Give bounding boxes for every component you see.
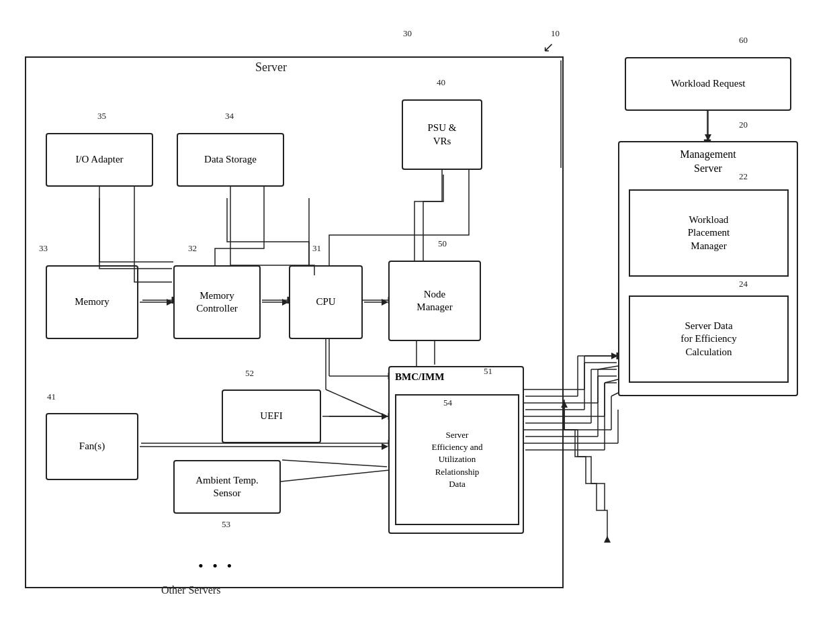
svg-marker-60 [611,353,618,359]
ref-53: 53 [222,519,230,530]
ref-22: 22 [739,171,748,182]
svg-line-31 [598,366,618,369]
svg-marker-54 [382,413,388,420]
ref-50: 50 [438,238,447,249]
server-data-box: Server Datafor EfficiencyCalculation [629,295,789,383]
ref-10: 10 [551,28,560,39]
svg-marker-42 [705,134,711,141]
workload-request-box: Workload Request [625,57,791,111]
workload-placement-manager-box: WorkloadPlacementManager [629,189,789,277]
ref-41: 41 [47,392,56,402]
ref-52: 52 [245,368,254,379]
io-adapter-box: I/O Adapter [46,133,153,187]
svg-line-37 [611,393,618,396]
ellipsis-dots: • • • [198,557,234,575]
ambient-temp-box: Ambient Temp.Sensor [173,460,281,514]
server-label: Server [255,60,287,75]
ref-51: 51 [484,366,492,377]
ref-30: 30 [403,28,412,39]
svg-marker-48 [382,299,388,306]
ref-33: 33 [39,243,48,254]
ref-35: 35 [97,111,106,122]
ref-60: 60 [739,35,748,46]
svg-line-51 [326,389,387,416]
svg-line-34 [605,379,618,383]
psu-vrs-box: PSU &VRs [402,99,482,170]
server-efficiency-box: ServerEfficiency andUtilizationRelations… [395,394,519,525]
ref-31: 31 [312,243,321,254]
bmc-imm-box: BMC/IMM ServerEfficiency andUtilizationR… [388,366,524,534]
fans-box: Fan(s) [46,413,138,480]
management-server-box: ManagementServer WorkloadPlacementManage… [618,141,798,396]
ref-54: 54 [443,398,452,408]
ref-32: 32 [188,243,197,254]
other-servers-label: Other Servers [161,584,220,596]
node-manager-box: NodeManager [388,261,481,341]
cpu-box: CPU [289,265,363,339]
svg-marker-73 [561,401,568,408]
ref-34: 34 [225,111,234,122]
svg-marker-56 [382,443,388,450]
svg-line-23 [262,470,390,484]
svg-marker-44 [167,299,173,306]
ref-40: 40 [437,77,445,88]
svg-marker-46 [282,299,289,306]
memory-controller-box: MemoryController [173,265,261,339]
data-storage-box: Data Storage [177,133,284,187]
ref-10-arrow: ↙ [543,39,554,55]
uefi-box: UEFI [222,389,321,443]
memory-box: Memory [46,265,138,339]
ref-24: 24 [739,279,748,289]
svg-marker-74 [604,536,611,543]
ref-20: 20 [739,120,748,130]
